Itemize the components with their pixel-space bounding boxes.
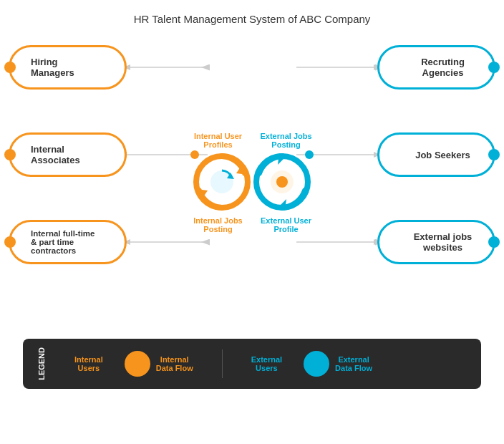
- pill-hiring-managers: HiringManagers: [9, 45, 127, 90]
- contractors-dot: [4, 236, 16, 248]
- seekers-dot: [488, 149, 500, 160]
- legend-internal-users-item: InternalUsers: [74, 355, 103, 372]
- pill-recruiting-agencies: RecrutingAgencies: [377, 45, 495, 90]
- legend-external-data-flow-text: ExternalData Flow: [335, 355, 372, 372]
- internal-associates-label: InternalAssociates: [31, 144, 80, 165]
- bottom-labels: Internal JobsPosting External UserProfil…: [188, 216, 316, 233]
- hiring-managers-label: HiringManagers: [31, 57, 74, 78]
- hiring-managers-dot: [4, 62, 16, 73]
- legend-external-data-flow-item: ExternalData Flow: [304, 351, 372, 377]
- legend: LEGEND InternalUsers InternalData Flow E…: [23, 339, 481, 389]
- pill-internal-contractors: Internal full-time& part timecontractors: [9, 220, 127, 264]
- legend-internal-users-text: InternalUsers: [74, 355, 103, 372]
- internal-jobs-posting-label: Internal JobsPosting: [188, 216, 248, 233]
- seekers-label: Job Seekers: [415, 150, 470, 160]
- diagram-area: HiringManagers InternalAssociates Intern…: [9, 32, 495, 333]
- legend-internal-data-flow-circle: [125, 351, 150, 377]
- internal-user-profiles-label: Internal UserProfiles: [188, 132, 248, 149]
- legend-external-users-item: ExternalUsers: [251, 355, 282, 372]
- external-jobs-label: External jobswebsites: [414, 231, 472, 253]
- agencies-label: RecrutingAgencies: [421, 57, 465, 78]
- legend-external-users-text: ExternalUsers: [251, 355, 282, 372]
- page-title: HR Talent Management System of ABC Compa…: [134, 13, 371, 25]
- external-user-profile-label: External UserProfile: [256, 216, 316, 233]
- external-jobs-posting-label: External JobsPosting: [256, 132, 316, 149]
- legend-divider: [222, 349, 223, 378]
- contractors-label: Internal full-time& part timecontractors: [31, 229, 94, 255]
- agencies-dot: [488, 62, 500, 73]
- icons-row: [193, 153, 311, 211]
- external-icon: [253, 153, 311, 211]
- center-area: Internal UserProfiles External JobsPosti…: [180, 111, 324, 254]
- legend-internal-data-flow-text: InternalData Flow: [156, 355, 193, 372]
- pill-internal-associates: InternalAssociates: [9, 132, 127, 177]
- pill-job-seekers: Job Seekers: [377, 132, 495, 177]
- legend-external-data-flow-circle: [304, 351, 329, 377]
- legend-title: LEGEND: [37, 347, 46, 380]
- legend-internal-data-flow-item: InternalData Flow: [125, 351, 193, 377]
- pill-external-jobs-websites: External jobswebsites: [377, 220, 495, 264]
- internal-icon: [193, 153, 251, 211]
- svg-point-25: [276, 176, 288, 188]
- external-jobs-dot: [488, 236, 500, 248]
- page-container: HR Talent Management System of ABC Compa…: [0, 0, 504, 444]
- internal-associates-dot: [4, 149, 16, 160]
- top-labels: Internal UserProfiles External JobsPosti…: [188, 132, 316, 149]
